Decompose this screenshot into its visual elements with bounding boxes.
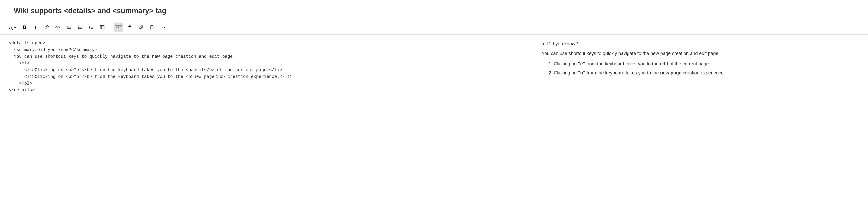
- clipboard-icon: [149, 25, 155, 30]
- paperclip-icon: [138, 25, 144, 30]
- preview-summary[interactable]: ▼ Did you know?: [541, 40, 868, 48]
- formatting-toolbar: A▾ B I </> 123 ABC: [9, 23, 168, 32]
- svg-point-16: [78, 27, 79, 28]
- unordered-list-icon: [78, 25, 83, 30]
- attach-button[interactable]: [136, 23, 146, 32]
- more-button[interactable]: ···: [158, 23, 168, 32]
- italic-button[interactable]: I: [31, 23, 40, 32]
- preview-details[interactable]: ▼ Did you know? You can use shortcut key…: [541, 40, 868, 77]
- checklist-icon: [89, 25, 94, 30]
- markdown-editor[interactable]: <details open> <summary>Did you know?</s…: [0, 35, 531, 203]
- link-button[interactable]: [42, 23, 51, 32]
- preview-body-text: You can use shortcut keys to quickly nav…: [541, 49, 868, 58]
- svg-point-15: [78, 26, 79, 26]
- hash-button[interactable]: #: [125, 23, 134, 32]
- link-icon: [44, 25, 49, 30]
- table-button[interactable]: [98, 23, 107, 32]
- chevron-down-icon: [12, 25, 18, 30]
- ordered-list-icon: 123: [66, 25, 71, 30]
- content-row: <details open> <summary>Did you know?</s…: [0, 34, 868, 203]
- summary-text: Did you know?: [547, 40, 578, 48]
- svg-text:3: 3: [67, 28, 68, 29]
- svg-point-17: [78, 28, 79, 29]
- bold-button[interactable]: B: [20, 23, 29, 32]
- page-title-input[interactable]: Wiki supports <details> and <summary> ta…: [9, 3, 868, 19]
- unordered-list-button[interactable]: [75, 23, 85, 32]
- ordered-list-button[interactable]: 123: [64, 23, 73, 32]
- svg-rect-21: [100, 26, 104, 29]
- abc-button[interactable]: ABC: [114, 23, 123, 32]
- disclosure-triangle-icon: ▼: [541, 41, 546, 47]
- preview-pane: ▼ Did you know? You can use shortcut key…: [531, 35, 868, 203]
- toolbar-row: A▾ B I </> 123 ABC: [0, 21, 868, 34]
- list-item: Clicking on "n" from the keyboard takes …: [554, 69, 868, 77]
- code-button[interactable]: </>: [53, 23, 62, 32]
- list-item: Clicking on "e" from the keyboard takes …: [554, 60, 868, 68]
- font-color-button[interactable]: A▾: [9, 23, 18, 32]
- table-icon: [100, 25, 105, 30]
- header-row: Wiki supports <details> and <summary> ta…: [0, 0, 868, 21]
- checklist-button[interactable]: [87, 23, 96, 32]
- wiki-editor-root: Wiki supports <details> and <summary> ta…: [0, 0, 868, 203]
- preview-list: Clicking on "e" from the keyboard takes …: [554, 60, 868, 77]
- paste-button[interactable]: [147, 23, 157, 32]
